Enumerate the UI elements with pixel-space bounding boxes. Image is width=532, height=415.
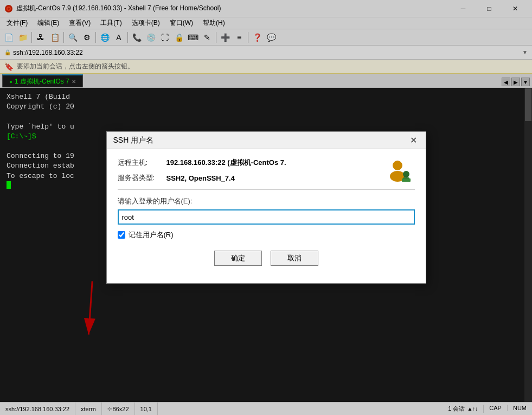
- remember-username-checkbox[interactable]: [118, 231, 125, 239]
- svg-point-7: [403, 171, 409, 177]
- server-type-value: SSH2, OpenSSH_7.4: [166, 174, 235, 182]
- dialog-user-icon: [387, 159, 415, 189]
- username-input-label: 请输入登录的用户名(E):: [118, 196, 415, 206]
- username-input[interactable]: [118, 209, 415, 225]
- modal-overlay: SSH 用户名 ✕ 远程主机: 192.168.160.33: [0, 0, 532, 415]
- dialog-buttons: 确定 取消: [118, 251, 415, 274]
- dialog-close-button[interactable]: ✕: [408, 135, 419, 146]
- ssh-username-dialog: SSH 用户名 ✕ 远程主机: 192.168.160.33: [106, 131, 426, 284]
- dialog-body: 远程主机: 192.168.160.33:22 (虚拟机-CentOs 7. 服…: [107, 149, 426, 283]
- cancel-button[interactable]: 取消: [271, 251, 318, 266]
- dialog-title: SSH 用户名: [113, 136, 408, 145]
- remote-host-label: 远程主机:: [118, 158, 166, 168]
- confirm-button[interactable]: 确定: [214, 251, 262, 266]
- dialog-title-bar: SSH 用户名 ✕: [107, 132, 426, 149]
- divider: [118, 189, 415, 190]
- remember-username-row: 记住用户名(R): [118, 230, 415, 240]
- svg-rect-9: [402, 178, 411, 182]
- remember-username-label: 记住用户名(R): [129, 230, 174, 240]
- svg-point-5: [393, 161, 402, 170]
- remote-host-row: 远程主机: 192.168.160.33:22 (虚拟机-CentOs 7.: [118, 158, 415, 168]
- server-type-label: 服务器类型:: [118, 173, 166, 183]
- remote-host-value: 192.168.160.33:22 (虚拟机-CentOs 7.: [166, 158, 286, 168]
- server-type-row: 服务器类型: SSH2, OpenSSH_7.4: [118, 173, 415, 183]
